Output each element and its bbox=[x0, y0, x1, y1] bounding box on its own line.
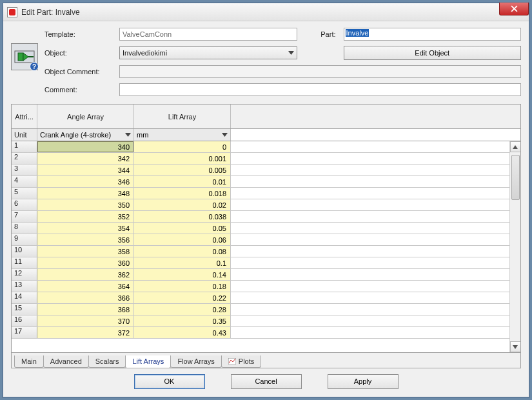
cell-lift[interactable]: 0.005 bbox=[134, 165, 231, 175]
table-row[interactable]: 113600.1 bbox=[12, 257, 520, 269]
cell-angle[interactable]: 358 bbox=[37, 246, 134, 257]
row-number[interactable]: 2 bbox=[12, 153, 37, 164]
scroll-track[interactable] bbox=[510, 152, 521, 341]
table-row[interactable]: 163700.35 bbox=[12, 315, 520, 327]
table-row[interactable]: 153680.28 bbox=[12, 304, 520, 315]
row-number[interactable]: 14 bbox=[12, 292, 37, 303]
table-row[interactable]: 93560.06 bbox=[12, 234, 520, 246]
row-number[interactable]: 3 bbox=[12, 165, 37, 175]
cell-angle[interactable]: 340 bbox=[37, 141, 134, 152]
table-row[interactable]: 23420.001 bbox=[12, 153, 520, 165]
cell-lift[interactable]: 0 bbox=[134, 141, 231, 152]
tab-plots[interactable]: Plots bbox=[221, 355, 261, 368]
table-row[interactable]: 73520.038 bbox=[12, 211, 520, 223]
tab-advanced[interactable]: Advanced bbox=[43, 355, 89, 368]
template-label: Template: bbox=[44, 30, 115, 38]
row-number[interactable]: 6 bbox=[12, 199, 37, 210]
cell-angle[interactable]: 360 bbox=[37, 257, 134, 268]
ok-button[interactable]: OK bbox=[134, 374, 205, 389]
comment-field[interactable] bbox=[119, 83, 521, 96]
table-row[interactable]: 123620.14 bbox=[12, 269, 520, 281]
row-number[interactable]: 17 bbox=[12, 327, 37, 338]
edit-object-button[interactable]: Edit Object bbox=[344, 46, 522, 60]
cell-angle[interactable]: 362 bbox=[37, 269, 134, 280]
cell-angle[interactable]: 366 bbox=[37, 292, 134, 303]
cell-angle[interactable]: 344 bbox=[37, 165, 134, 175]
tab-main[interactable]: Main bbox=[14, 355, 44, 368]
table-row[interactable]: 53480.018 bbox=[12, 188, 520, 199]
cell-lift[interactable]: 0.01 bbox=[134, 176, 231, 187]
cell-lift[interactable]: 0.28 bbox=[134, 304, 231, 315]
cell-angle[interactable]: 364 bbox=[37, 281, 134, 292]
table-row[interactable]: 103580.08 bbox=[12, 246, 520, 257]
table-row[interactable]: 83540.05 bbox=[12, 223, 520, 234]
cell-lift[interactable]: 0.018 bbox=[134, 188, 231, 199]
help-icon[interactable]: ? bbox=[30, 62, 39, 71]
object-comment-field[interactable] bbox=[119, 65, 521, 78]
row-number[interactable]: 9 bbox=[12, 234, 37, 245]
cell-angle[interactable]: 348 bbox=[37, 188, 134, 199]
cell-lift[interactable]: 0.06 bbox=[134, 234, 231, 245]
scroll-down-button[interactable] bbox=[510, 341, 521, 352]
cell-angle[interactable]: 350 bbox=[37, 199, 134, 210]
object-combo[interactable]: Invalvediokimi bbox=[119, 46, 297, 59]
col-header-angle[interactable]: Angle Array bbox=[37, 105, 134, 128]
table-row[interactable]: 33440.005 bbox=[12, 165, 520, 176]
row-number[interactable]: 11 bbox=[12, 257, 37, 268]
cell-angle[interactable]: 352 bbox=[37, 211, 134, 222]
row-number[interactable]: 4 bbox=[12, 176, 37, 187]
apply-button[interactable]: Apply bbox=[328, 374, 399, 389]
cell-angle[interactable]: 346 bbox=[37, 176, 134, 187]
window-title: Edit Part: Invalve bbox=[21, 8, 80, 17]
close-button[interactable] bbox=[499, 3, 529, 15]
table-row[interactable]: 143660.22 bbox=[12, 292, 520, 304]
unit-angle-combo[interactable]: Crank Angle (4-stroke) bbox=[37, 129, 134, 141]
cell-angle[interactable]: 368 bbox=[37, 304, 134, 315]
tab-strip: Main Advanced Scalars Lift Arrays Flow A… bbox=[12, 352, 520, 368]
cell-lift[interactable]: 0.35 bbox=[134, 315, 231, 326]
titlebar[interactable]: Edit Part: Invalve bbox=[3, 3, 529, 21]
row-number[interactable]: 10 bbox=[12, 246, 37, 257]
cell-angle[interactable]: 372 bbox=[37, 327, 134, 338]
scroll-thumb[interactable] bbox=[511, 155, 520, 200]
tab-scalars[interactable]: Scalars bbox=[88, 355, 126, 368]
cell-lift[interactable]: 0.05 bbox=[134, 223, 231, 234]
cancel-button[interactable]: Cancel bbox=[231, 374, 302, 389]
cell-lift[interactable]: 0.038 bbox=[134, 211, 231, 222]
row-number[interactable]: 5 bbox=[12, 188, 37, 199]
cell-angle[interactable]: 354 bbox=[37, 223, 134, 234]
scroll-up-button[interactable] bbox=[510, 141, 521, 152]
unit-lift-combo[interactable]: mm bbox=[134, 129, 231, 141]
attribute-header[interactable]: Attri... bbox=[12, 105, 37, 128]
cell-angle[interactable]: 356 bbox=[37, 234, 134, 245]
row-number[interactable]: 8 bbox=[12, 223, 37, 234]
table-row[interactable]: 173720.43 bbox=[12, 327, 520, 339]
cell-lift[interactable]: 0.1 bbox=[134, 257, 231, 268]
cell-lift[interactable]: 0.18 bbox=[134, 281, 231, 292]
part-type-icon[interactable]: ? bbox=[11, 43, 38, 70]
part-field[interactable] bbox=[344, 28, 522, 41]
table-row[interactable]: 63500.02 bbox=[12, 199, 520, 211]
cell-lift[interactable]: 0.22 bbox=[134, 292, 231, 303]
cell-lift[interactable]: 0.02 bbox=[134, 199, 231, 210]
tab-flow-arrays[interactable]: Flow Arrays bbox=[170, 355, 221, 368]
cell-angle[interactable]: 342 bbox=[37, 153, 134, 164]
cell-lift[interactable]: 0.08 bbox=[134, 246, 231, 257]
row-number[interactable]: 7 bbox=[12, 211, 37, 222]
cell-lift[interactable]: 0.14 bbox=[134, 269, 231, 280]
template-field[interactable] bbox=[119, 28, 297, 41]
cell-lift[interactable]: 0.001 bbox=[134, 153, 231, 164]
row-number[interactable]: 1 bbox=[12, 141, 37, 152]
table-row[interactable]: 43460.01 bbox=[12, 176, 520, 188]
tab-lift-arrays[interactable]: Lift Arrays bbox=[125, 355, 171, 368]
vertical-scrollbar[interactable] bbox=[509, 141, 520, 352]
table-row[interactable]: 13400 bbox=[12, 141, 520, 153]
row-number[interactable]: 12 bbox=[12, 269, 37, 280]
col-header-lift[interactable]: Lift Array bbox=[134, 105, 231, 128]
cell-lift[interactable]: 0.43 bbox=[134, 327, 231, 338]
row-number[interactable]: 15 bbox=[12, 304, 37, 315]
row-number[interactable]: 13 bbox=[12, 281, 37, 292]
cell-angle[interactable]: 370 bbox=[37, 315, 134, 326]
row-number[interactable]: 16 bbox=[12, 315, 37, 326]
table-row[interactable]: 133640.18 bbox=[12, 281, 520, 292]
